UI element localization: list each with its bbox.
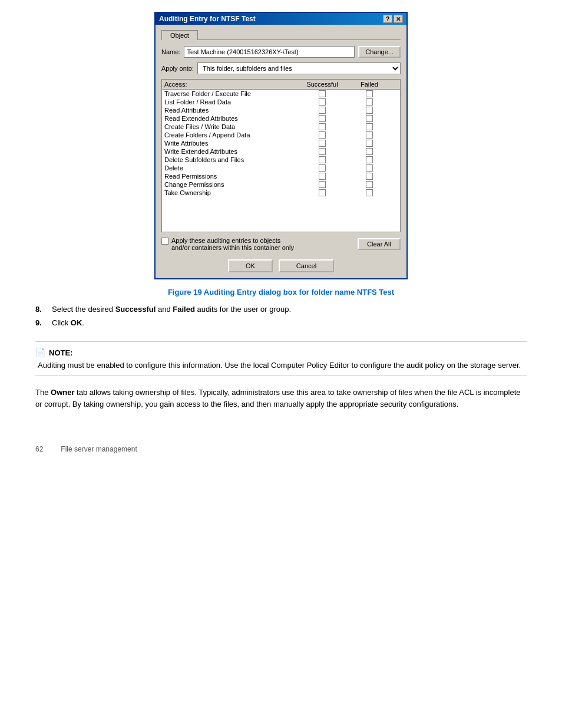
checkbox-successful-input[interactable] (319, 131, 326, 139)
access-row-label: Delete (164, 164, 305, 172)
checkbox-successful-input[interactable] (319, 115, 326, 122)
dialog-wrapper: Auditing Entry for NTSF Test ? ✕ Object … (35, 12, 527, 279)
access-row-label: Traverse Folder / Execute File (164, 90, 305, 97)
tab-object[interactable]: Object (161, 30, 198, 40)
cancel-button[interactable]: Cancel (279, 259, 334, 272)
access-row-label: Read Extended Attributes (164, 115, 305, 122)
access-row-checks (305, 148, 398, 155)
checkbox-successful-input[interactable] (319, 123, 326, 130)
close-button[interactable]: ✕ (394, 15, 403, 23)
owner-paragraph: The Owner tab allows taking ownership of… (35, 387, 527, 410)
access-row-label: Read Permissions (164, 173, 305, 180)
access-row: Create Files / Write Data (162, 123, 400, 131)
checkbox-failed-input[interactable] (366, 115, 373, 122)
bottom-row: Apply these auditing entries to objects … (161, 237, 401, 251)
checkbox-failed (352, 173, 387, 180)
checkbox-failed-input[interactable] (366, 148, 373, 155)
name-input[interactable] (184, 46, 355, 58)
checkbox-successful (305, 140, 340, 147)
dialog-titlebar: Auditing Entry for NTSF Test ? ✕ (156, 13, 406, 25)
checkbox-failed-input[interactable] (366, 123, 373, 130)
note-label: NOTE: (49, 348, 72, 357)
titlebar-buttons: ? ✕ (383, 15, 403, 23)
page-label: File server management (61, 445, 137, 453)
note-text: Auditing must be enabled to configure th… (38, 361, 521, 370)
step-9-text: Click OK. (52, 318, 84, 327)
change-button[interactable]: Change... (358, 46, 401, 58)
checkbox-failed-input[interactable] (366, 107, 373, 114)
access-row-checks (305, 189, 398, 196)
access-row-label: Write Extended Attributes (164, 148, 305, 155)
access-row: Read Permissions (162, 172, 400, 180)
access-row: Delete Subfolders and Files (162, 156, 400, 164)
dialog-footer: OK Cancel (161, 257, 401, 272)
checkbox-successful (305, 173, 340, 180)
help-button[interactable]: ? (383, 15, 392, 23)
apply-check-area: Apply these auditing entries to objects … (161, 237, 352, 251)
page-footer: 62 File server management (35, 433, 137, 453)
access-section: Access: Successful Failed Traverse Folde… (161, 79, 401, 232)
access-row-checks (305, 156, 398, 163)
apply-onto-select[interactable]: This folder, subfolders and files (197, 62, 401, 74)
name-label: Name: (161, 48, 180, 55)
checkbox-failed-input[interactable] (366, 189, 373, 196)
checkbox-failed (352, 156, 387, 163)
access-row-checks (305, 140, 398, 147)
figure-caption: Figure 19 Auditing Entry dialog box for … (35, 288, 527, 297)
checkbox-failed-input[interactable] (366, 156, 373, 163)
step-9-number: 9. (35, 318, 52, 327)
checkbox-failed (352, 107, 387, 114)
col-successful: Successful (305, 81, 340, 88)
checkbox-failed-input[interactable] (366, 181, 373, 188)
checkbox-successful (305, 181, 340, 188)
access-row: Traverse Folder / Execute File (162, 90, 400, 98)
checkbox-failed (352, 164, 387, 172)
checkbox-failed-input[interactable] (366, 164, 373, 172)
checkbox-failed-input[interactable] (366, 131, 373, 139)
checkbox-successful-input[interactable] (319, 148, 326, 155)
checkbox-failed-input[interactable] (366, 140, 373, 147)
checkbox-failed (352, 90, 387, 97)
checkbox-failed (352, 148, 387, 155)
checkbox-successful (305, 115, 340, 122)
checkbox-failed (352, 131, 387, 139)
access-row-label: Delete Subfolders and Files (164, 156, 305, 163)
access-row-label: Write Attributes (164, 140, 305, 147)
access-row: Read Extended Attributes (162, 114, 400, 123)
auditing-dialog: Auditing Entry for NTSF Test ? ✕ Object … (154, 12, 408, 279)
access-row: List Folder / Read Data (162, 98, 400, 106)
access-row: Write Extended Attributes (162, 147, 400, 156)
apply-checkbox[interactable] (161, 238, 168, 245)
page-content: Auditing Entry for NTSF Test ? ✕ Object … (35, 12, 527, 453)
access-row-checks (305, 131, 398, 139)
checkbox-successful-input[interactable] (319, 98, 326, 106)
checkbox-successful (305, 98, 340, 106)
access-header: Access: Successful Failed (162, 80, 400, 90)
checkbox-successful-input[interactable] (319, 107, 326, 114)
checkbox-successful (305, 107, 340, 114)
checkbox-failed-input[interactable] (366, 90, 373, 97)
access-row-label: Create Files / Write Data (164, 123, 305, 130)
checkbox-failed-input[interactable] (366, 98, 373, 106)
checkbox-successful-input[interactable] (319, 164, 326, 172)
dialog-title: Auditing Entry for NTSF Test (159, 15, 256, 23)
note-section: 📄 NOTE: Auditing must be enabled to conf… (35, 341, 527, 376)
checkbox-successful-input[interactable] (319, 173, 326, 180)
checkbox-successful (305, 189, 340, 196)
access-row-checks (305, 181, 398, 188)
checkbox-successful-input[interactable] (319, 181, 326, 188)
checkbox-successful-input[interactable] (319, 140, 326, 147)
access-row: Create Folders / Append Data (162, 131, 400, 139)
checkbox-failed (352, 115, 387, 122)
access-row: Change Permissions (162, 180, 400, 189)
access-row: Delete (162, 164, 400, 172)
clear-all-button[interactable]: Clear All (358, 238, 401, 250)
ok-button[interactable]: OK (228, 259, 273, 272)
access-row-checks (305, 90, 398, 97)
checkbox-successful-input[interactable] (319, 156, 326, 163)
access-label: Access: (164, 81, 305, 88)
checkbox-failed-input[interactable] (366, 173, 373, 180)
checkbox-successful-input[interactable] (319, 189, 326, 196)
checkbox-successful-input[interactable] (319, 90, 326, 97)
access-row: Read Attributes (162, 106, 400, 114)
